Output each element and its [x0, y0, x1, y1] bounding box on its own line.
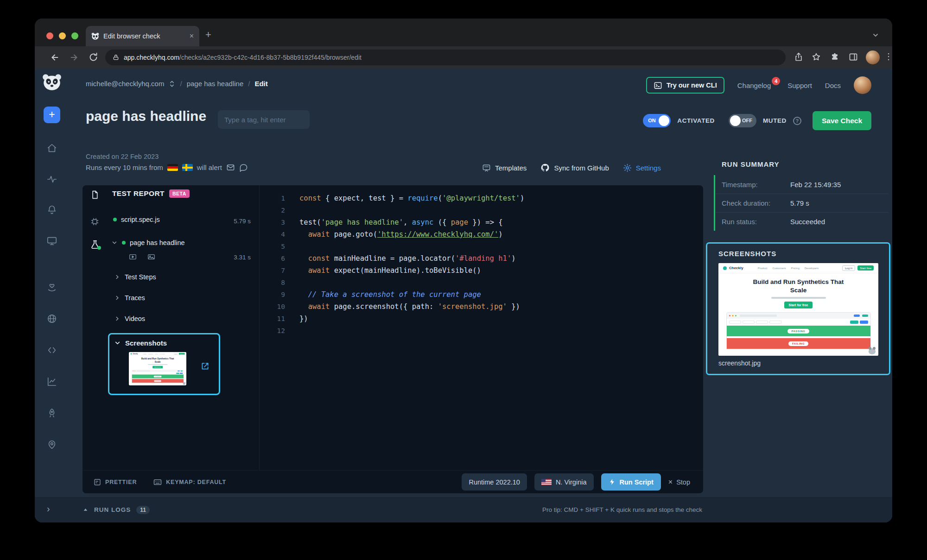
breadcrumb-check-name[interactable]: page has headline: [187, 80, 244, 88]
editor-panel: TEST REPORT BETA script.spec.js 5.79 s p…: [83, 185, 703, 493]
browser-tab[interactable]: Edit browser check ×: [86, 26, 199, 46]
forward-button[interactable]: [69, 52, 79, 63]
support-link[interactable]: Support: [787, 82, 812, 89]
activity-icon[interactable]: [47, 174, 57, 184]
docs-link[interactable]: Docs: [825, 82, 841, 89]
code-line[interactable]: 11}): [260, 313, 703, 325]
alerts-bell-icon[interactable]: [47, 205, 57, 215]
code-line[interactable]: 7 await expect(mainHeadline).toBeVisible…: [260, 264, 703, 277]
stop-button[interactable]: ×Stop: [668, 478, 690, 486]
tree-section-traces[interactable]: Traces: [114, 294, 145, 302]
chevron-down-icon[interactable]: [111, 239, 118, 246]
rocket-icon[interactable]: [47, 408, 57, 418]
created-date: Created on 22 Feb 2023: [86, 153, 159, 160]
share-icon[interactable]: [794, 52, 803, 62]
code-line[interactable]: 9 // Take a screenshot of the current pa…: [260, 289, 703, 301]
script-file-tab-icon[interactable]: [90, 190, 100, 200]
code-line[interactable]: 1const { expect, test } = require('@play…: [260, 192, 703, 204]
code-line[interactable]: 3test('page has headline', async ({ page…: [260, 216, 703, 228]
new-tab-button[interactable]: +: [205, 30, 211, 40]
screenshot-thumbnail[interactable]: ChecklyProductCustomersPricingDevelopers…: [129, 352, 186, 385]
url-text: app.checklyhq.com/checks/a2ec932b-c42c-4…: [124, 54, 362, 61]
code-line[interactable]: 6 const mainHeadline = page.locator('#la…: [260, 252, 703, 264]
maintenance-heart-hand-icon[interactable]: [47, 282, 57, 292]
home-icon[interactable]: [47, 143, 57, 153]
test-artifact-icons: [129, 253, 155, 261]
try-cli-button[interactable]: Try our new CLI: [646, 77, 724, 94]
tree-section-screenshots[interactable]: Screenshots: [114, 339, 167, 347]
settings-button[interactable]: Settings: [623, 164, 661, 172]
run-script-button[interactable]: Run Script: [601, 473, 661, 491]
screenshots-panel-title: SCREENSHOTS: [718, 250, 776, 258]
check-title[interactable]: page has headline: [86, 108, 206, 124]
window-zoom-button[interactable]: [71, 32, 78, 39]
browser-menu-icon[interactable]: ⋮: [884, 51, 892, 62]
muted-toggle[interactable]: OFF: [729, 114, 756, 127]
back-button[interactable]: [50, 52, 60, 63]
browser-toolbar: app.checklyhq.com/checks/a2ec932b-c42c-4…: [35, 46, 892, 69]
prettier-icon: [94, 478, 101, 486]
code-editor[interactable]: 1const { expect, test } = require('@play…: [260, 185, 703, 470]
sync-github-button[interactable]: Sync from GitHub: [540, 163, 609, 172]
window-minimize-button[interactable]: [59, 32, 66, 39]
schedule-summary: Runs every 10 mins from will alert: [86, 163, 248, 172]
x-icon: ×: [668, 478, 673, 486]
tree-section-videos[interactable]: Videos: [114, 315, 145, 322]
analytics-chart-icon[interactable]: [47, 377, 57, 387]
code-line[interactable]: 8: [260, 277, 703, 289]
user-avatar[interactable]: [854, 76, 871, 94]
run-logs-toggle[interactable]: RUN LOGS 11: [83, 497, 150, 522]
url-domain: app.checklyhq.com: [124, 54, 179, 61]
checkly-panda-logo[interactable]: [41, 73, 63, 91]
tab-close-icon[interactable]: ×: [190, 32, 194, 40]
browser-profile-avatar[interactable]: [866, 50, 880, 64]
window-close-button[interactable]: [46, 32, 53, 39]
browser-window: Edit browser check × + app.checklyhq.com…: [35, 19, 892, 522]
extensions-puzzle-icon[interactable]: [830, 52, 839, 62]
code-line[interactable]: 4 await page.goto('https://www.checklyhq…: [260, 228, 703, 240]
open-screenshot-external-icon[interactable]: [200, 361, 210, 371]
code-line[interactable]: 10 await page.screenshot({ path: 'screen…: [260, 301, 703, 313]
account-switcher[interactable]: michelle@checklyhq.com: [86, 80, 164, 88]
summary-row-timestamp: Timestamp:Feb 22 15:49:35: [715, 175, 889, 194]
code-line[interactable]: 5: [260, 240, 703, 252]
templates-button[interactable]: Templates: [482, 164, 527, 172]
account-sort-chevrons-icon[interactable]: [169, 80, 175, 88]
reload-button[interactable]: [89, 52, 98, 62]
code-line[interactable]: 2: [260, 204, 703, 216]
address-bar[interactable]: app.checklyhq.com/checks/a2ec932b-c42c-4…: [105, 50, 786, 65]
keymap-setting[interactable]: KEYMAP: DEFAULT: [153, 478, 226, 486]
locations-pin-icon[interactable]: [47, 440, 57, 450]
tree-section-test-steps[interactable]: Test Steps: [114, 273, 156, 281]
raccoon-mascot: [183, 383, 185, 385]
homepage-screenshot: ChecklyProductCustomersPricingDevelopers…: [129, 352, 186, 385]
spec-file-row[interactable]: script.spec.js: [113, 216, 160, 223]
activated-toggle[interactable]: ON: [643, 114, 671, 127]
screenshot-large-thumbnail[interactable]: ChecklyProductCustomersPricingDevelopers…: [718, 263, 878, 356]
image-icon[interactable]: [147, 253, 155, 261]
dependencies-chip-tab-icon[interactable]: [90, 217, 100, 227]
email-alert-icon: [226, 163, 235, 172]
tab-search-chevron-icon[interactable]: [872, 31, 879, 39]
side-panel-icon[interactable]: [849, 52, 858, 62]
code-line[interactable]: 12: [260, 325, 703, 337]
sidebar-expand-chevron-icon[interactable]: ›: [47, 503, 50, 514]
create-check-button[interactable]: +: [44, 107, 60, 123]
bookmark-star-icon[interactable]: [812, 52, 821, 62]
private-locations-globe-icon[interactable]: [47, 314, 57, 324]
prettier-setting[interactable]: PRETTIER: [94, 478, 137, 486]
summary-row-duration: Check duration:5.79 s: [715, 194, 889, 212]
save-check-button[interactable]: Save Check: [813, 111, 871, 130]
muted-help-icon[interactable]: ?: [793, 117, 801, 125]
dashboards-monitor-icon[interactable]: [47, 236, 57, 246]
cli-code-icon[interactable]: [47, 345, 57, 355]
screenshots-section-highlight: Screenshots ChecklyProductCustomersPrici…: [108, 333, 220, 395]
thumb-browser-mock: PASSING FAILING: [726, 312, 871, 349]
test-report-flask-tab-icon[interactable]: [90, 239, 100, 250]
test-case-row[interactable]: page has headline: [111, 239, 185, 246]
changelog-link[interactable]: Changelog4: [737, 82, 771, 89]
video-icon[interactable]: [129, 253, 137, 261]
region-selector[interactable]: N. Virginia: [534, 473, 594, 491]
runtime-selector[interactable]: Runtime 2022.10: [462, 473, 527, 491]
tag-input[interactable]: [218, 110, 310, 129]
